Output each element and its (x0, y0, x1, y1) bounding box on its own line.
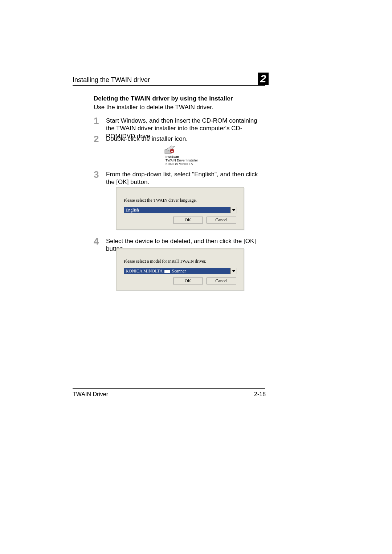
chapter-number-badge: 2 (258, 73, 269, 85)
language-dialog-label: Please select the TWAIN driver language. (124, 198, 236, 203)
ok-button[interactable]: OK (173, 217, 203, 223)
installer-line3: KONICA MINOLTA (166, 162, 193, 166)
cancel-button[interactable]: Cancel (207, 217, 236, 223)
header-section-title: Installing the TWAIN driver (73, 76, 265, 85)
step-text-2: Double-click the installer icon. (106, 135, 264, 143)
step-number-1: 1 (94, 115, 104, 127)
instscan-icon (164, 144, 176, 155)
model-dialog-buttons: OK Cancel (124, 277, 236, 284)
language-select-value: English (124, 207, 230, 213)
page-header: Installing the TWAIN driver (73, 76, 265, 86)
header-rule (73, 85, 265, 86)
language-dialog: Please select the TWAIN driver language.… (116, 187, 244, 230)
section-heading: Deleting the TWAIN driver by using the i… (94, 95, 264, 102)
model-value-suffix: Scanner (172, 268, 186, 274)
installer-icon-label: InstScan TWAIN Driver Installer KONICA M… (166, 155, 198, 166)
model-dialog-label: Please select a model for install TWAIN … (124, 259, 236, 264)
step-number-4: 4 (94, 236, 104, 247)
model-select-value: KONICA MINOLTA Scanner (124, 268, 230, 274)
installer-icon-figure: InstScan TWAIN Driver Installer KONICA M… (164, 144, 207, 157)
model-value-prefix: KONICA MINOLTA (126, 268, 163, 274)
section-intro: Use the installer to delete the TWAIN dr… (94, 104, 264, 111)
language-dialog-buttons: OK Cancel (124, 216, 236, 223)
chevron-down-icon[interactable] (230, 207, 237, 213)
language-select[interactable]: English (124, 207, 237, 213)
footer-doc-title: TWAIN Driver (73, 391, 108, 398)
installer-line2: TWAIN Driver Installer (166, 159, 198, 162)
ok-button[interactable]: OK (173, 278, 203, 284)
footer-rule (73, 388, 265, 389)
step-number-2: 2 (94, 134, 104, 145)
model-dialog: Please select a model for install TWAIN … (116, 248, 244, 291)
model-select[interactable]: KONICA MINOLTA Scanner (124, 268, 237, 274)
cancel-button[interactable]: Cancel (207, 278, 236, 284)
step-text-3: From the drop-down list, select "English… (106, 171, 264, 186)
installer-line1: InstScan (166, 155, 179, 159)
step-number-3: 3 (94, 169, 104, 180)
document-page: Installing the TWAIN driver 2 Deleting t… (0, 0, 392, 554)
chevron-down-icon[interactable] (230, 268, 237, 274)
footer-page-number: 2-18 (254, 391, 266, 398)
redacted-model (164, 268, 171, 274)
